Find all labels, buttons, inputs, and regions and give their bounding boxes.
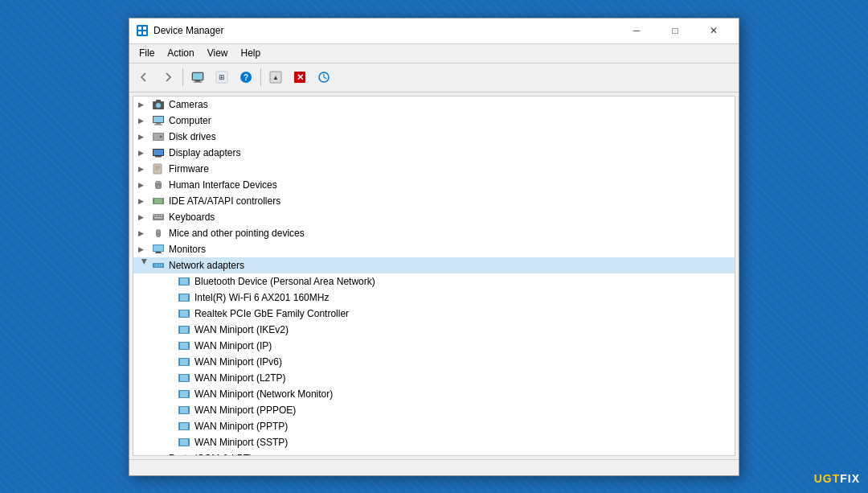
svg-rect-31 [154, 164, 162, 174]
tree-item-wan-netmon[interactable]: WAN Miniport (Network Monitor) [133, 386, 735, 402]
tree-item-wifi[interactable]: Intel(R) Wi-Fi 6 AX201 160MHz [133, 290, 735, 306]
device-tree-scroll[interactable]: ▶ Cameras ▶ Computer ▶ [133, 97, 735, 455]
svg-rect-7 [195, 80, 200, 82]
close-button[interactable]: ✕ [695, 19, 732, 42]
tree-item-ports[interactable]: ▶ Ports (COM & LPT) [133, 450, 735, 455]
svg-point-27 [160, 135, 162, 138]
tree-item-realtek[interactable]: Realtek PCIe GbE Family Controller [133, 306, 735, 322]
watermark: UGTFIX [814, 472, 860, 485]
svg-rect-72 [180, 375, 188, 381]
keyboards-icon [151, 211, 166, 224]
window-icon [136, 24, 149, 37]
svg-rect-4 [143, 31, 146, 35]
tree-item-ide[interactable]: ▶ IDE ATA/ATAPI controllers [133, 193, 735, 209]
wan-pppoe-icon [177, 404, 191, 417]
svg-rect-24 [154, 124, 162, 125]
scan-button[interactable] [313, 66, 335, 88]
wan-ikev2-label: WAN Miniport (IKEv2) [194, 324, 289, 335]
menu-view[interactable]: View [201, 46, 235, 60]
ide-label: IDE ATA/ATAPI controllers [169, 195, 280, 207]
tree-item-mice[interactable]: ▶ Mice and other pointing devices [133, 225, 735, 241]
minimize-button[interactable]: ─ [618, 19, 655, 42]
svg-rect-62 [180, 294, 188, 301]
tree-item-disk-drives[interactable]: ▶ Disk drives [133, 129, 735, 145]
tree-item-hid[interactable]: ▶ Human Interface Devices [133, 177, 735, 193]
svg-rect-53 [155, 253, 162, 253]
svg-rect-60 [180, 278, 188, 285]
tree-item-wan-ikev2[interactable]: WAN Miniport (IKEv2) [133, 322, 735, 338]
wan-pppoe-label: WAN Miniport (PPPOE) [194, 405, 296, 416]
tree-item-wan-ipv6[interactable]: WAN Miniport (IPv6) [133, 354, 735, 370]
tree-item-wan-pptp[interactable]: WAN Miniport (PPTP) [133, 418, 735, 434]
arrow-keyboards: ▶ [138, 213, 151, 221]
tree-item-display-adapters[interactable]: ▶ Display adapters [133, 145, 735, 161]
arrow-ports: ▶ [138, 454, 151, 455]
bluetooth-icon [177, 275, 191, 288]
maximize-button[interactable]: □ [657, 19, 694, 42]
svg-rect-64 [180, 310, 188, 317]
svg-text:⊞: ⊞ [219, 73, 225, 81]
toolbar-separator-1 [182, 68, 183, 86]
update-driver-button[interactable]: ▲ [264, 66, 287, 88]
help-button[interactable]: ? [235, 66, 257, 88]
back-button[interactable] [133, 66, 155, 88]
firmware-icon [151, 162, 166, 175]
svg-rect-66 [180, 327, 188, 333]
tree-item-firmware[interactable]: ▶ Firmware [133, 161, 735, 177]
arrow-computer: ▶ [138, 117, 151, 125]
arrow-disk-drives: ▶ [138, 133, 151, 141]
tree-item-bluetooth[interactable]: Bluetooth Device (Personal Area Network) [133, 273, 735, 290]
svg-rect-70 [180, 359, 188, 365]
svg-point-19 [156, 102, 162, 108]
wifi-icon [177, 291, 191, 304]
cameras-label: Cameras [169, 99, 208, 110]
arrow-hid: ▶ [138, 181, 151, 189]
svg-rect-52 [156, 252, 161, 253]
disk-drives-icon [151, 130, 166, 143]
computer-icon-btn[interactable] [186, 66, 209, 88]
svg-point-57 [158, 265, 159, 266]
forward-button[interactable] [157, 66, 179, 88]
svg-rect-36 [156, 182, 158, 183]
svg-point-56 [155, 265, 157, 266]
realtek-label: Realtek PCIe GbE Family Controller [194, 308, 349, 319]
tree-item-wan-l2tp[interactable]: WAN Miniport (L2TP) [133, 370, 735, 386]
svg-rect-2 [143, 27, 146, 30]
menu-file[interactable]: File [133, 46, 161, 60]
svg-point-49 [158, 234, 159, 236]
device-manager-window: Device Manager ─ □ ✕ File Action View He… [129, 18, 739, 476]
svg-rect-43 [156, 215, 158, 216]
wan-sstp-icon [177, 436, 191, 449]
svg-rect-45 [161, 215, 162, 216]
cameras-icon [151, 98, 166, 111]
tree-item-wan-sstp[interactable]: WAN Miniport (SSTP) [133, 434, 735, 450]
wan-pptp-label: WAN Miniport (PPTP) [194, 421, 288, 432]
device-tree-panel: ▶ Cameras ▶ Computer ▶ [133, 96, 735, 456]
window-title: Device Manager [154, 25, 618, 36]
network-adapters-label: Network adapters [169, 260, 244, 271]
computer-icon [151, 114, 166, 127]
display-adapters-icon [151, 146, 166, 159]
tree-item-cameras[interactable]: ▶ Cameras [133, 97, 735, 113]
svg-rect-78 [180, 423, 188, 429]
svg-rect-6 [193, 73, 203, 80]
monitors-label: Monitors [169, 244, 206, 255]
realtek-icon [177, 307, 191, 320]
wifi-label: Intel(R) Wi-Fi 6 AX201 160MHz [194, 292, 329, 303]
watermark-fix: FIX [840, 472, 860, 485]
svg-rect-68 [180, 343, 188, 349]
menu-help[interactable]: Help [235, 46, 268, 60]
svg-rect-22 [154, 117, 163, 122]
properties-button[interactable]: ⊞ [211, 66, 233, 88]
uninstall-button[interactable]: ✕ [289, 66, 311, 88]
display-adapters-label: Display adapters [169, 147, 240, 158]
svg-text:?: ? [244, 73, 248, 82]
tree-item-wan-pppoe[interactable]: WAN Miniport (PPPOE) [133, 402, 735, 418]
tree-item-network-adapters[interactable]: ▶ Network adapters [133, 257, 735, 273]
svg-rect-29 [154, 150, 163, 155]
menu-action[interactable]: Action [161, 46, 200, 60]
tree-item-computer[interactable]: ▶ Computer [133, 113, 735, 129]
tree-item-monitors[interactable]: ▶ Monitors [133, 241, 735, 257]
tree-item-keyboards[interactable]: ▶ Keyboards [133, 209, 735, 225]
tree-item-wan-ip[interactable]: WAN Miniport (IP) [133, 338, 735, 354]
